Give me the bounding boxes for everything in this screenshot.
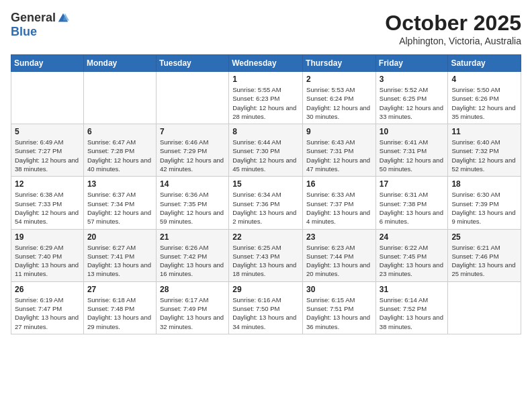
day-number: 25 bbox=[451, 232, 517, 242]
calendar-cell: 7Sunrise: 6:46 AM Sunset: 7:29 PM Daylig… bbox=[156, 124, 228, 177]
calendar-cell: 6Sunrise: 6:47 AM Sunset: 7:28 PM Daylig… bbox=[83, 124, 156, 177]
day-info: Sunrise: 5:52 AM Sunset: 6:25 PM Dayligh… bbox=[380, 85, 445, 121]
day-info: Sunrise: 5:55 AM Sunset: 6:23 PM Dayligh… bbox=[232, 85, 299, 121]
calendar-week-row: 5Sunrise: 6:49 AM Sunset: 7:27 PM Daylig… bbox=[11, 124, 521, 177]
calendar-cell: 26Sunrise: 6:19 AM Sunset: 7:47 PM Dayli… bbox=[11, 281, 84, 334]
day-info: Sunrise: 6:34 AM Sunset: 7:36 PM Dayligh… bbox=[232, 190, 299, 226]
calendar-cell: 4Sunrise: 5:50 AM Sunset: 6:26 PM Daylig… bbox=[448, 72, 521, 124]
calendar-cell: 9Sunrise: 6:43 AM Sunset: 7:31 PM Daylig… bbox=[303, 124, 376, 177]
calendar-cell: 27Sunrise: 6:18 AM Sunset: 7:48 PM Dayli… bbox=[83, 281, 156, 334]
weekday-header-saturday: Saturday bbox=[448, 55, 521, 72]
weekday-header-monday: Monday bbox=[83, 55, 156, 72]
day-number: 31 bbox=[380, 285, 445, 294]
calendar-cell: 29Sunrise: 6:16 AM Sunset: 7:50 PM Dayli… bbox=[229, 281, 303, 334]
calendar-cell: 5Sunrise: 6:49 AM Sunset: 7:27 PM Daylig… bbox=[11, 124, 84, 177]
day-number: 15 bbox=[232, 179, 299, 189]
day-number: 13 bbox=[87, 179, 152, 189]
day-number: 12 bbox=[15, 179, 80, 189]
calendar-cell: 8Sunrise: 6:44 AM Sunset: 7:30 PM Daylig… bbox=[229, 124, 303, 177]
day-number: 20 bbox=[87, 232, 152, 242]
day-number: 14 bbox=[160, 179, 225, 189]
day-number: 19 bbox=[15, 232, 80, 242]
day-number: 2 bbox=[306, 75, 372, 84]
calendar-cell bbox=[448, 281, 521, 334]
calendar-cell: 11Sunrise: 6:40 AM Sunset: 7:32 PM Dayli… bbox=[448, 124, 521, 177]
calendar-cell: 15Sunrise: 6:34 AM Sunset: 7:36 PM Dayli… bbox=[229, 177, 303, 229]
day-info: Sunrise: 6:21 AM Sunset: 7:46 PM Dayligh… bbox=[451, 243, 517, 279]
day-info: Sunrise: 6:29 AM Sunset: 7:40 PM Dayligh… bbox=[15, 243, 80, 279]
day-info: Sunrise: 6:19 AM Sunset: 7:47 PM Dayligh… bbox=[15, 295, 80, 331]
weekday-header-wednesday: Wednesday bbox=[229, 55, 303, 72]
day-info: Sunrise: 6:26 AM Sunset: 7:42 PM Dayligh… bbox=[160, 243, 225, 279]
calendar-cell: 13Sunrise: 6:37 AM Sunset: 7:34 PM Dayli… bbox=[83, 177, 156, 229]
calendar-cell: 17Sunrise: 6:31 AM Sunset: 7:38 PM Dayli… bbox=[375, 177, 448, 229]
calendar-cell: 16Sunrise: 6:33 AM Sunset: 7:37 PM Dayli… bbox=[303, 177, 376, 229]
day-info: Sunrise: 6:37 AM Sunset: 7:34 PM Dayligh… bbox=[87, 190, 152, 226]
day-number: 23 bbox=[306, 232, 372, 242]
day-number: 28 bbox=[160, 285, 225, 294]
calendar-cell: 23Sunrise: 6:23 AM Sunset: 7:44 PM Dayli… bbox=[303, 229, 376, 281]
weekday-header-thursday: Thursday bbox=[303, 55, 376, 72]
logo-blue-text: Blue bbox=[11, 25, 37, 39]
location-subtitle: Alphington, Victoria, Australia bbox=[385, 36, 521, 46]
day-info: Sunrise: 6:40 AM Sunset: 7:32 PM Dayligh… bbox=[451, 138, 517, 173]
day-number: 27 bbox=[87, 285, 152, 294]
day-info: Sunrise: 6:15 AM Sunset: 7:51 PM Dayligh… bbox=[306, 295, 372, 331]
calendar-week-row: 1Sunrise: 5:55 AM Sunset: 6:23 PM Daylig… bbox=[11, 72, 521, 124]
month-year-title: October 2025 bbox=[385, 11, 521, 36]
calendar-cell bbox=[11, 72, 84, 124]
day-number: 3 bbox=[380, 75, 445, 84]
day-number: 30 bbox=[306, 285, 372, 294]
calendar-cell: 3Sunrise: 5:52 AM Sunset: 6:25 PM Daylig… bbox=[375, 72, 448, 124]
day-number: 11 bbox=[451, 127, 517, 136]
day-number: 21 bbox=[160, 232, 225, 242]
day-info: Sunrise: 6:44 AM Sunset: 7:30 PM Dayligh… bbox=[232, 138, 299, 173]
day-number: 1 bbox=[232, 75, 299, 84]
day-info: Sunrise: 6:14 AM Sunset: 7:52 PM Dayligh… bbox=[380, 295, 445, 331]
day-number: 8 bbox=[232, 127, 299, 136]
day-info: Sunrise: 6:46 AM Sunset: 7:29 PM Dayligh… bbox=[160, 138, 225, 173]
day-info: Sunrise: 6:47 AM Sunset: 7:28 PM Dayligh… bbox=[87, 138, 152, 173]
day-number: 5 bbox=[15, 127, 80, 136]
logo-icon bbox=[57, 12, 69, 24]
day-info: Sunrise: 6:49 AM Sunset: 7:27 PM Dayligh… bbox=[15, 138, 80, 173]
calendar-cell: 18Sunrise: 6:30 AM Sunset: 7:39 PM Dayli… bbox=[448, 177, 521, 229]
calendar-cell: 30Sunrise: 6:15 AM Sunset: 7:51 PM Dayli… bbox=[303, 281, 376, 334]
calendar-table: SundayMondayTuesdayWednesdayThursdayFrid… bbox=[11, 54, 521, 334]
day-info: Sunrise: 6:31 AM Sunset: 7:38 PM Dayligh… bbox=[380, 190, 445, 226]
day-info: Sunrise: 6:22 AM Sunset: 7:45 PM Dayligh… bbox=[380, 243, 445, 279]
day-info: Sunrise: 6:16 AM Sunset: 7:50 PM Dayligh… bbox=[232, 295, 299, 331]
calendar-cell: 21Sunrise: 6:26 AM Sunset: 7:42 PM Dayli… bbox=[156, 229, 228, 281]
calendar-week-row: 19Sunrise: 6:29 AM Sunset: 7:40 PM Dayli… bbox=[11, 229, 521, 281]
day-info: Sunrise: 6:27 AM Sunset: 7:41 PM Dayligh… bbox=[87, 243, 152, 279]
day-number: 6 bbox=[87, 127, 152, 136]
day-info: Sunrise: 5:50 AM Sunset: 6:26 PM Dayligh… bbox=[451, 85, 517, 121]
day-info: Sunrise: 6:36 AM Sunset: 7:35 PM Dayligh… bbox=[160, 190, 225, 226]
day-info: Sunrise: 6:25 AM Sunset: 7:43 PM Dayligh… bbox=[232, 243, 299, 279]
calendar-cell: 20Sunrise: 6:27 AM Sunset: 7:41 PM Dayli… bbox=[83, 229, 156, 281]
day-info: Sunrise: 6:18 AM Sunset: 7:48 PM Dayligh… bbox=[87, 295, 152, 331]
calendar-cell bbox=[83, 72, 156, 124]
day-info: Sunrise: 6:17 AM Sunset: 7:49 PM Dayligh… bbox=[160, 295, 225, 331]
day-info: Sunrise: 6:30 AM Sunset: 7:39 PM Dayligh… bbox=[451, 190, 517, 226]
logo-general-text: General bbox=[11, 11, 56, 25]
calendar-cell: 31Sunrise: 6:14 AM Sunset: 7:52 PM Dayli… bbox=[375, 281, 448, 334]
day-info: Sunrise: 6:23 AM Sunset: 7:44 PM Dayligh… bbox=[306, 243, 372, 279]
calendar-cell: 28Sunrise: 6:17 AM Sunset: 7:49 PM Dayli… bbox=[156, 281, 228, 334]
day-info: Sunrise: 6:38 AM Sunset: 7:33 PM Dayligh… bbox=[15, 190, 80, 226]
day-info: Sunrise: 6:43 AM Sunset: 7:31 PM Dayligh… bbox=[306, 138, 372, 173]
page-header: General Blue October 2025 Alphington, Vi… bbox=[11, 11, 521, 46]
day-number: 18 bbox=[451, 179, 517, 189]
weekday-header-friday: Friday bbox=[375, 55, 448, 72]
day-number: 9 bbox=[306, 127, 372, 136]
logo: General Blue bbox=[11, 11, 69, 39]
day-number: 26 bbox=[15, 285, 80, 294]
day-info: Sunrise: 6:41 AM Sunset: 7:31 PM Dayligh… bbox=[380, 138, 445, 173]
calendar-cell: 12Sunrise: 6:38 AM Sunset: 7:33 PM Dayli… bbox=[11, 177, 84, 229]
calendar-cell: 10Sunrise: 6:41 AM Sunset: 7:31 PM Dayli… bbox=[375, 124, 448, 177]
day-number: 22 bbox=[232, 232, 299, 242]
title-area: October 2025 Alphington, Victoria, Austr… bbox=[385, 11, 521, 46]
calendar-cell: 25Sunrise: 6:21 AM Sunset: 7:46 PM Dayli… bbox=[448, 229, 521, 281]
day-number: 29 bbox=[232, 285, 299, 294]
day-info: Sunrise: 5:53 AM Sunset: 6:24 PM Dayligh… bbox=[306, 85, 372, 121]
